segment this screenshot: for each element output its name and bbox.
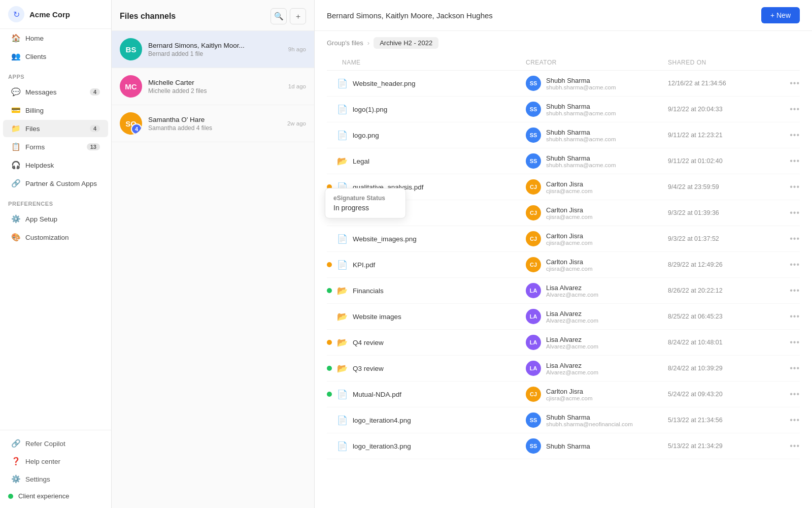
app-setup-icon: ⚙️ xyxy=(11,214,20,224)
table-row[interactable]: 📄 Website_header.png SS Shubh Sharma shu… xyxy=(327,71,800,97)
creator-name: Shubh Sharma xyxy=(546,103,616,110)
creator-email: Alvarez@acme.com xyxy=(546,292,598,298)
row-menu-button[interactable]: ••• xyxy=(790,182,800,192)
row-actions: ••• xyxy=(780,416,800,425)
file-name-cell: 📄 logo_iteration3.png xyxy=(327,441,526,452)
customization-icon: 🎨 xyxy=(11,233,20,242)
file-name-cell: 📂 Legal xyxy=(327,156,526,167)
sidebar-item-home[interactable]: 🏠 Home xyxy=(3,29,108,47)
new-button[interactable]: + New xyxy=(761,7,800,23)
sidebar-item-forms[interactable]: 📋 Forms 13 xyxy=(3,138,108,155)
file-name-cell: 📄 KPI.pdf xyxy=(327,260,526,270)
table-row[interactable]: 📄 logo.png SS Shubh Sharma shubh.sharma@… xyxy=(327,122,800,148)
row-actions: ••• xyxy=(780,390,800,399)
channel-item[interactable]: BS Bernard Simons, Kaitlyn Moor... Berna… xyxy=(112,31,314,68)
channel-item[interactable]: SO 4 Samantha O' Hare Samantha added 4 f… xyxy=(112,105,314,142)
row-menu-button[interactable]: ••• xyxy=(790,105,800,114)
sidebar-item-files[interactable]: 📁 Files 4 xyxy=(3,120,108,137)
creator-email: Alvarez@acme.com xyxy=(546,369,598,375)
files-channels-title: Files channels xyxy=(120,12,176,21)
row-menu-button[interactable]: ••• xyxy=(790,416,800,425)
esignature-dot xyxy=(327,288,332,293)
table-row[interactable]: 📂 Financials LA Lisa Alvarez Alvarez@acm… xyxy=(327,278,800,304)
file-name-cell: 📄 logo_iteration4.png xyxy=(327,415,526,426)
row-actions: ••• xyxy=(780,312,800,321)
channel-badge: 4 xyxy=(131,123,142,135)
folder-icon: 📂 xyxy=(337,156,348,167)
creator-name: Carlton Jisra xyxy=(546,258,593,266)
sidebar: ↻ Acme Corp 🏠 Home 👥 Clients Apps 💬 Mess… xyxy=(0,0,112,508)
row-menu-button[interactable]: ••• xyxy=(790,312,800,321)
sidebar-header: ↻ Acme Corp xyxy=(0,0,111,29)
creator-name: Shubh Sharma xyxy=(546,77,616,84)
sidebar-item-help[interactable]: ❓ Help center xyxy=(3,453,108,470)
folder-icon: 📂 xyxy=(337,363,348,374)
creator-email: Alvarez@acme.com xyxy=(546,318,598,324)
breadcrumb-separator: › xyxy=(367,39,369,47)
add-channel-button[interactable]: ＋ xyxy=(290,8,306,24)
esignature-dot xyxy=(327,262,332,267)
creator-email: shubh.sharma@acme.com xyxy=(546,84,616,90)
esignature-dot xyxy=(327,81,332,86)
creator-info: Carlton Jisra cjisra@acme.com xyxy=(546,388,593,401)
creator-name: Lisa Alvarez xyxy=(546,310,598,318)
creator-info: Shubh Sharma shubh.sharma@acme.com xyxy=(546,103,616,116)
creator-name: Lisa Alvarez xyxy=(546,362,598,369)
row-menu-button[interactable]: ••• xyxy=(790,208,800,217)
sidebar-item-refer[interactable]: 🔗 Refer Copilot xyxy=(3,435,108,452)
sidebar-item-clients[interactable]: 👥 Clients xyxy=(3,48,108,65)
creator-name: Carlton Jisra xyxy=(546,180,593,188)
row-menu-button[interactable]: ••• xyxy=(790,156,800,166)
table-row[interactable]: 📄 logo(1).png SS Shubh Sharma shubh.shar… xyxy=(327,97,800,122)
creator-cell: CJ Carlton Jisra cjisra@acme.com xyxy=(526,205,668,220)
breadcrumb-link[interactable]: Group's files xyxy=(327,39,363,47)
table-row[interactable]: 📂 Website images LA Lisa Alvarez Alvarez… xyxy=(327,304,800,330)
table-row[interactable]: 📄 Mutual-NDA.pdf CJ Carlton Jisra cjisra… xyxy=(327,382,800,407)
file-label: logo.png xyxy=(353,132,379,139)
sidebar-item-partner[interactable]: 🔗 Partner & Custom Apps xyxy=(3,175,108,192)
middle-panel: Files channels 🔍 ＋ BS Bernard Simons, Ka… xyxy=(112,0,315,508)
row-menu-button[interactable]: ••• xyxy=(790,441,800,451)
channel-item[interactable]: MC Michelle Carter Michelle added 2 file… xyxy=(112,68,314,105)
row-menu-button[interactable]: ••• xyxy=(790,131,800,140)
table-row[interactable]: 📄 Website_images.png CJ Carlton Jisra cj… xyxy=(327,226,800,252)
sidebar-item-app-setup[interactable]: ⚙️ App Setup xyxy=(3,210,108,228)
row-menu-button[interactable]: ••• xyxy=(790,364,800,373)
table-row[interactable]: 📄 logo_iteration4.png SS Shubh Sharma sh… xyxy=(327,407,800,433)
table-row[interactable]: 📄 KPI.pdf CJ Carlton Jisra cjisra@acme.c… xyxy=(327,252,800,278)
channel-list: BS Bernard Simons, Kaitlyn Moor... Berna… xyxy=(112,31,314,508)
row-menu-button[interactable]: ••• xyxy=(790,79,800,88)
sidebar-item-messages[interactable]: 💬 Messages 4 xyxy=(3,83,108,101)
brand-icon: ↻ xyxy=(8,6,24,22)
search-button[interactable]: 🔍 xyxy=(270,8,287,24)
file-label: Mutual-NDA.pdf xyxy=(353,391,401,398)
file-icon: 📄 xyxy=(337,260,348,270)
tooltip-title: eSignature Status xyxy=(333,195,397,202)
row-actions: ••• xyxy=(780,156,800,166)
creator-avatar: SS xyxy=(526,153,541,169)
creator-cell: CJ Carlton Jisra cjisra@acme.com xyxy=(526,231,668,246)
sidebar-item-customization[interactable]: 🎨 Customization xyxy=(3,229,108,246)
creator-avatar: CJ xyxy=(526,231,541,246)
sidebar-item-billing[interactable]: 💳 Billing xyxy=(3,102,108,119)
file-icon: 📄 xyxy=(337,130,348,141)
channel-info: Bernard Simons, Kaitlyn Moor... Bernard … xyxy=(148,42,282,57)
main-panel: Bernard Simons, Kaitlyn Moore, Jackson H… xyxy=(315,0,812,508)
sidebar-item-helpdesk[interactable]: 🎧 Helpdesk xyxy=(3,156,108,174)
row-menu-button[interactable]: ••• xyxy=(790,338,800,347)
row-menu-button[interactable]: ••• xyxy=(790,234,800,243)
partner-icon: 🔗 xyxy=(11,179,20,188)
row-menu-button[interactable]: ••• xyxy=(790,260,800,269)
table-row[interactable]: 📂 Legal SS Shubh Sharma shubh.sharma@acm… xyxy=(327,148,800,174)
table-row[interactable]: 📄 logo_iteration3.png SS Shubh Sharma 5/… xyxy=(327,433,800,459)
sidebar-item-settings[interactable]: ⚙️ Settings xyxy=(3,470,108,488)
table-row[interactable]: 📂 Q4 review LA Lisa Alvarez Alvarez@acme… xyxy=(327,330,800,356)
creator-avatar: SS xyxy=(526,412,541,428)
channel-sub: Samantha added 4 files xyxy=(148,124,281,132)
table-header: Name Creator Shared on xyxy=(327,55,800,71)
table-row[interactable]: 📂 Q3 review LA Lisa Alvarez Alvarez@acme… xyxy=(327,356,800,382)
row-menu-button[interactable]: ••• xyxy=(790,390,800,399)
clients-icon: 👥 xyxy=(11,52,20,61)
main-header: Bernard Simons, Kaitlyn Moore, Jackson H… xyxy=(315,0,812,31)
row-menu-button[interactable]: ••• xyxy=(790,286,800,295)
